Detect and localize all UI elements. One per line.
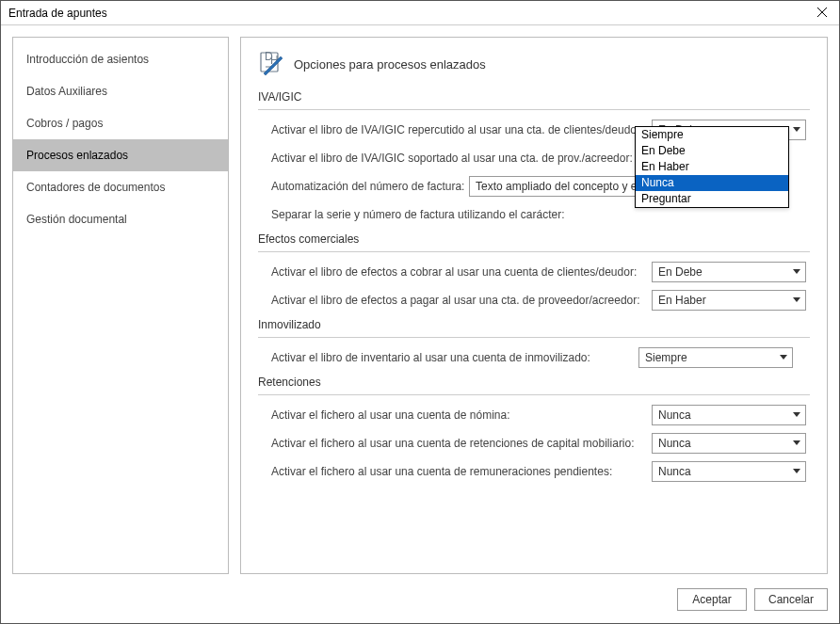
combo-value: Nunca [658,408,691,422]
row-nomina: Activar el fichero al usar una cuenta de… [271,405,810,425]
section-title-inmov: Inmovilizado [258,318,810,335]
label-capital: Activar el fichero al usar una cuenta de… [271,437,652,450]
combo-value: Siempre [645,351,687,364]
page-header: D H Opciones para procesos enlazados [258,51,810,77]
svg-marker-11 [793,412,800,417]
dropdown-item-preguntar[interactable]: Preguntar [636,191,788,207]
chevron-down-icon [792,439,801,448]
chevron-down-icon [792,267,801,277]
svg-marker-9 [793,297,800,302]
section-separator [258,251,810,252]
close-icon [817,8,827,17]
sidebar: Introducción de asientos Datos Auxiliare… [12,37,229,574]
dialog-footer: Aceptar Cancelar [1,585,839,623]
label-remuneraciones: Activar el fichero al usar una cuenta de… [271,465,652,478]
sidebar-item-datos-auxiliares[interactable]: Datos Auxiliares [13,75,228,107]
svg-marker-10 [780,355,787,360]
main-panel: D H Opciones para procesos enlazados IVA… [240,37,828,574]
titlebar: Entrada de apuntes [1,1,839,25]
section-title-efectos: Efectos comerciales [258,232,810,249]
chevron-down-icon [779,353,788,362]
row-remuneraciones: Activar el fichero al usar una cuenta de… [271,461,810,482]
chevron-down-icon [792,410,801,420]
combo-nomina[interactable]: Nunca [652,405,806,425]
combo-efectos-cobrar[interactable]: En Debe [652,262,806,282]
label-iva-soportado: Activar el libro de IVA/IGIC soportado a… [271,152,652,165]
chevron-down-icon [792,467,801,476]
cancel-button[interactable]: Cancelar [754,588,828,611]
row-efectos-cobrar: Activar el libro de efectos a cobrar al … [271,262,810,282]
svg-marker-8 [793,269,800,274]
combo-value: En Debe [658,265,703,279]
sidebar-item-gestion-documental[interactable]: Gestión documental [13,203,228,235]
close-button[interactable] [805,0,839,24]
section-separator [258,337,810,338]
dropdown-item-nunca[interactable]: Nunca [636,175,788,191]
row-inventario: Activar el libro de inventario al usar u… [271,347,810,368]
sidebar-item-cobros-pagos[interactable]: Cobros / pagos [13,107,228,139]
combo-remuneraciones[interactable]: Nunca [652,461,806,482]
combo-inventario[interactable]: Siempre [638,347,793,368]
label-separar-serie: Separar la serie y número de factura uti… [271,208,652,221]
combo-value: Nunca [658,465,691,478]
dropdown-item-en-haber[interactable]: En Haber [636,159,788,175]
label-nomina: Activar el fichero al usar una cuenta de… [271,408,652,422]
dropdown-item-siempre[interactable]: Siempre [636,127,788,143]
chevron-down-icon [792,125,801,135]
chevron-down-icon [792,296,801,305]
row-capital: Activar el fichero al usar una cuenta de… [271,433,810,454]
svg-marker-12 [793,440,800,445]
textbox-value: Texto ampliado del concepto y en [476,180,643,193]
label-iva-repercutido: Activar el libro de IVA/IGIC repercutido… [271,123,652,136]
window-title: Entrada de apuntes [8,7,805,20]
notepad-pencil-icon: D H [258,51,284,77]
label-efectos-cobrar: Activar el libro de efectos a cobrar al … [271,265,652,279]
svg-marker-13 [793,469,800,473]
sidebar-item-contadores[interactable]: Contadores de documentos [13,171,228,203]
dialog-window: Entrada de apuntes Introducción de asien… [0,0,840,624]
textbox-num-factura[interactable]: Texto ampliado del concepto y en [469,176,652,197]
row-efectos-pagar: Activar el libro de efectos a pagar al u… [271,290,810,311]
sidebar-item-procesos-enlazados[interactable]: Procesos enlazados [13,139,228,171]
section-title-reten: Retenciones [258,376,810,392]
combo-capital[interactable]: Nunca [652,433,806,454]
combo-value: En Haber [658,294,706,307]
section-separator [258,394,810,395]
combo-value: Nunca [658,437,691,450]
accept-button[interactable]: Aceptar [677,588,747,611]
sidebar-item-introduccion[interactable]: Introducción de asientos [13,43,228,75]
label-num-factura: Automatización del número de factura: [271,180,469,193]
label-efectos-pagar: Activar el libro de efectos a pagar al u… [271,294,652,307]
dialog-body: Introducción de asientos Datos Auxiliare… [1,25,839,585]
label-inventario: Activar el libro de inventario al usar u… [271,351,638,364]
combo-efectos-pagar[interactable]: En Haber [652,290,806,311]
svg-marker-7 [793,127,800,132]
page-title: Opciones para procesos enlazados [294,57,486,72]
section-title-iva: IVA/IGIC [258,90,810,107]
dropdown-list-iva[interactable]: Siempre En Debe En Haber Nunca Preguntar [635,126,789,208]
page-icon: D H [258,51,284,77]
dropdown-item-en-debe[interactable]: En Debe [636,143,788,159]
section-separator [258,109,810,110]
